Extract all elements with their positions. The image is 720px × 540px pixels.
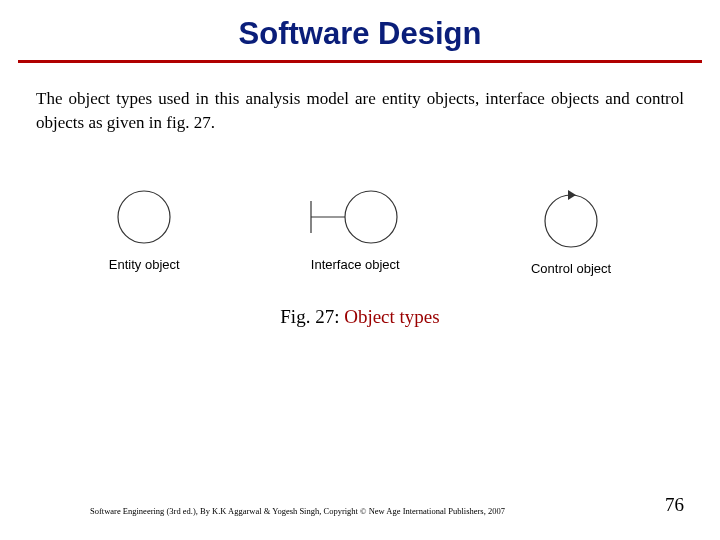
interface-object-label: Interface object (311, 257, 400, 272)
svg-point-1 (345, 191, 397, 243)
svg-point-4 (545, 195, 597, 247)
control-object-figure: Control object (531, 183, 611, 276)
footer-copyright: Software Engineering (3rd ed.), By K.K A… (90, 506, 505, 516)
figure-caption: Fig. 27: Object types (0, 306, 720, 328)
body-paragraph: The object types used in this analysis m… (0, 87, 720, 135)
figure-row: Entity object Interface object Control o… (0, 135, 720, 288)
svg-point-0 (118, 191, 170, 243)
interface-object-icon (305, 187, 405, 247)
page-number: 76 (665, 494, 684, 516)
control-object-icon (534, 183, 608, 251)
entity-object-label: Entity object (109, 257, 180, 272)
caption-main: Object types (344, 306, 440, 327)
interface-object-figure: Interface object (305, 187, 405, 272)
control-object-label: Control object (531, 261, 611, 276)
title-underline (18, 60, 702, 63)
page-title: Software Design (0, 0, 720, 60)
footer: Software Engineering (3rd ed.), By K.K A… (0, 494, 720, 516)
svg-marker-5 (568, 190, 576, 200)
entity-object-icon (114, 187, 174, 247)
entity-object-figure: Entity object (109, 187, 180, 272)
caption-prefix: Fig. 27: (280, 306, 344, 327)
